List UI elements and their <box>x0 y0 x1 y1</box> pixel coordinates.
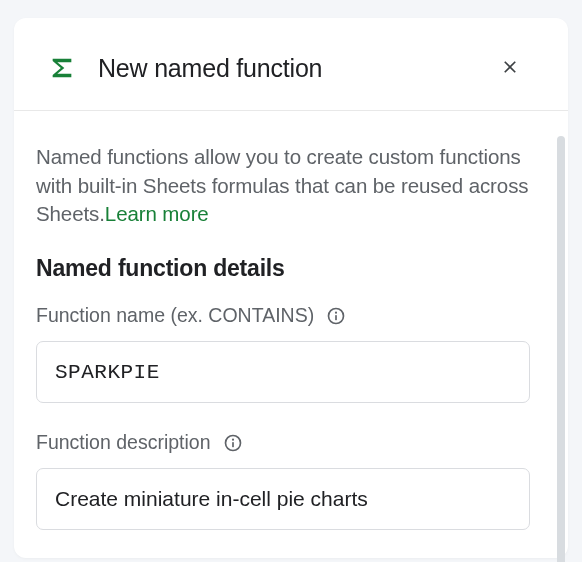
svg-point-1 <box>335 311 337 313</box>
sigma-icon <box>48 54 76 82</box>
intro-description: Named functions allow you to create cust… <box>36 143 538 229</box>
panel-title: New named function <box>98 54 490 83</box>
svg-point-4 <box>231 438 233 440</box>
section-title: Named function details <box>36 255 538 282</box>
panel-header: New named function <box>14 18 568 111</box>
named-function-panel: New named function Named functions allow… <box>14 18 568 558</box>
svg-rect-2 <box>335 315 337 320</box>
close-icon <box>500 57 520 80</box>
info-icon[interactable] <box>223 433 243 453</box>
close-button[interactable] <box>490 48 530 88</box>
svg-rect-5 <box>232 442 234 447</box>
learn-more-link[interactable]: Learn more <box>105 202 209 225</box>
panel-content: Named functions allow you to create cust… <box>14 111 568 559</box>
scrollbar[interactable] <box>557 136 565 562</box>
function-name-input[interactable] <box>36 341 530 403</box>
function-description-input[interactable] <box>36 468 530 530</box>
function-description-label: Function description <box>36 431 538 454</box>
function-name-label-text: Function name (ex. CONTAINS) <box>36 304 314 327</box>
info-icon[interactable] <box>326 306 346 326</box>
function-name-label: Function name (ex. CONTAINS) <box>36 304 538 327</box>
function-description-label-text: Function description <box>36 431 211 454</box>
